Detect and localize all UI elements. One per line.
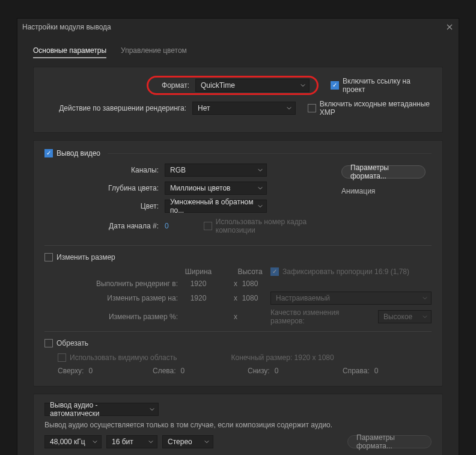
crop-left-label: Слева: (153, 367, 176, 375)
channels-value: RGB (170, 166, 186, 174)
crop-checkbox[interactable] (44, 339, 53, 347)
close-icon[interactable] (445, 23, 454, 31)
color-select[interactable]: Умноженный в обратном по... (165, 200, 267, 213)
chevron-down-icon (150, 407, 154, 412)
resize-height: 1080 (233, 294, 267, 302)
resize-quality-value: Высокое (383, 313, 412, 321)
audio-panel: Вывод аудио - автоматически Вывод аудио … (33, 394, 443, 455)
render-at-label: Выполнить рендеринг в: (58, 279, 178, 288)
include-source-xmp-checkbox[interactable] (308, 104, 316, 112)
post-render-action-label: Действие по завершении рендеринга: (44, 104, 186, 112)
top-panel: Формат: QuickTime Включить ссылку на про… (33, 67, 443, 133)
final-size-label: Конечный размер: 1920 x 1080 (231, 353, 334, 362)
crop-right-label: Справа: (343, 367, 370, 375)
use-comp-frame-checkbox (204, 222, 212, 230)
crop-right-value: 0 (374, 367, 379, 375)
tabs: Основные параметры Управление цветом (33, 46, 443, 58)
audio-rate-select[interactable]: 48,000 кГц (44, 435, 102, 448)
lock-aspect-label: Зафиксировать пропорции 16:9 (1,78) (282, 267, 409, 276)
crop-top-value: 0 (88, 367, 93, 375)
depth-select[interactable]: Миллионы цветов (165, 182, 267, 195)
start-number-value[interactable]: 0 (165, 222, 186, 230)
tab-main-options[interactable]: Основные параметры (33, 46, 106, 58)
resize-quality-label: Качество изменения размеров: (270, 308, 373, 325)
channels-select[interactable]: RGB (165, 163, 267, 177)
use-roi-checkbox (58, 353, 66, 362)
use-roi-label: Использовать видимую область (70, 353, 177, 362)
crop-bottom-label: Снизу: (248, 367, 270, 375)
resize-title: Изменить размер (56, 253, 115, 261)
post-render-action-select[interactable]: Нет (192, 102, 296, 115)
resize-checkbox[interactable] (44, 253, 53, 261)
window-title: Настройки модуля вывода (22, 23, 111, 31)
tab-color-management[interactable]: Управление цветом (121, 46, 187, 58)
audio-channels-select[interactable]: Стерео (162, 435, 213, 448)
height-header: Высота (233, 267, 267, 276)
x-separator: x (219, 313, 252, 321)
lock-aspect-checkbox (270, 267, 279, 276)
audio-bits-select[interactable]: 16 бит (106, 435, 157, 448)
resize-quality-select: Высокое (378, 310, 432, 323)
audio-note: Вывод аудио осуществляется только в том … (44, 421, 432, 429)
chevron-down-icon (287, 106, 291, 111)
channels-label: Каналы: (44, 166, 159, 174)
output-module-settings-window: Настройки модуля вывода Основные парамет… (17, 18, 459, 455)
format-label: Формат: (156, 81, 189, 90)
video-format-options-button[interactable]: Параметры формата... (341, 165, 426, 179)
resize-width: 1920 (182, 294, 215, 302)
format-value: QuickTime (201, 81, 235, 90)
audio-format-options-button: Параметры формата... (347, 435, 432, 448)
resize-preset-value: Настраиваемый (276, 294, 330, 302)
chevron-down-icon (258, 186, 263, 191)
crop-title: Обрезать (56, 339, 88, 347)
format-highlight: Формат: QuickTime (147, 76, 319, 95)
audio-mode-select[interactable]: Вывод аудио - автоматически (44, 403, 159, 416)
resize-preset-select: Настраиваемый (270, 292, 432, 305)
codec-label: Анимация (341, 187, 432, 195)
audio-mode-value: Вывод аудио - автоматически (50, 401, 146, 418)
render-width: 1920 (182, 279, 215, 288)
include-project-link-checkbox[interactable] (331, 81, 339, 90)
width-header: Ширина (182, 267, 215, 276)
depth-label: Глубина цвета: (44, 184, 159, 192)
include-source-xmp-label: Включить исходные метаданные XMP (320, 100, 432, 117)
chevron-down-icon (258, 204, 263, 209)
color-value: Умноженный в обратном по... (170, 198, 254, 215)
audio-rate-value: 48,000 кГц (50, 438, 85, 446)
chevron-down-icon (301, 83, 305, 88)
chevron-down-icon (148, 439, 153, 444)
use-comp-frame-label: Использовать номер кадра композиции (216, 218, 329, 234)
crop-top-label: Сверху: (58, 367, 84, 375)
include-project-link-label: Включить ссылку на проект (343, 77, 432, 94)
crop-left-value: 0 (181, 367, 185, 375)
titlebar: Настройки модуля вывода (17, 19, 459, 35)
chevron-down-icon (423, 296, 427, 301)
chevron-down-icon (258, 168, 263, 173)
resize-to-label: Изменить размер на: (58, 294, 178, 302)
video-output-checkbox[interactable] (44, 149, 53, 157)
audio-bits-value: 16 бит (112, 438, 133, 446)
chevron-down-icon (93, 439, 97, 444)
chevron-down-icon (204, 439, 209, 444)
format-select[interactable]: QuickTime (195, 79, 310, 92)
post-render-action-value: Нет (198, 104, 210, 112)
chevron-down-icon (423, 314, 427, 319)
audio-channels-value: Стерео (168, 438, 192, 446)
video-panel: Вывод видео Каналы: RGB Глубина цвета: (33, 140, 443, 386)
resize-pct-label: Изменить размер %: (58, 313, 178, 321)
color-label: Цвет: (44, 202, 159, 210)
depth-value: Миллионы цветов (170, 184, 230, 192)
crop-bottom-value: 0 (275, 367, 279, 375)
render-height: 1080 (233, 279, 267, 288)
start-number-label: Дата начала #: (44, 222, 159, 230)
video-output-title: Вывод видео (56, 149, 100, 157)
